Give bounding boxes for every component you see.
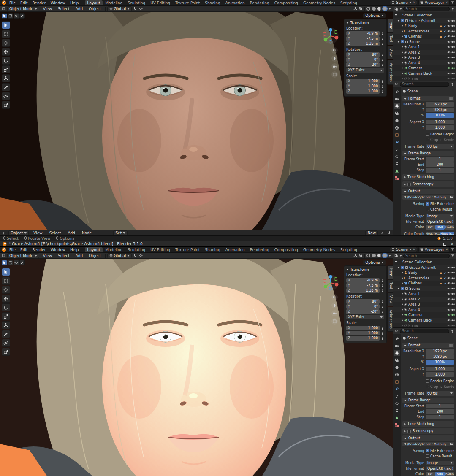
render-visibility-icon[interactable] <box>451 66 455 70</box>
now-button[interactable]: Now <box>365 230 378 235</box>
expander-icon[interactable] <box>402 35 403 38</box>
crop-to-render-checkbox[interactable] <box>426 138 429 141</box>
hide-eye-icon[interactable] <box>447 287 451 290</box>
frame-rate-select[interactable]: 60 fps <box>426 391 454 396</box>
camera-view-icon[interactable] <box>331 310 338 316</box>
expander-icon[interactable] <box>402 24 403 27</box>
properties-tab-scene[interactable] <box>394 117 400 124</box>
rotation-mode-select[interactable]: XYZ Euler <box>346 315 384 319</box>
expander-icon[interactable] <box>402 72 403 75</box>
hide-eye-icon[interactable] <box>447 266 451 269</box>
frame-start-field[interactable]: 1 <box>426 157 454 162</box>
outliner-row-area-2[interactable]: Area 2 <box>393 50 456 55</box>
box-select-tool-button[interactable] <box>2 277 10 285</box>
render-visibility-icon[interactable] <box>451 303 455 306</box>
hide-eye-icon[interactable] <box>447 281 451 285</box>
color-bw-button[interactable]: BW <box>426 472 435 476</box>
expander-icon[interactable] <box>397 41 400 43</box>
properties-tab-material[interactable] <box>394 422 400 428</box>
file-format-select[interactable]: OpenEXR (.exr) <box>426 466 454 471</box>
folder-icon[interactable] <box>450 195 453 199</box>
properties-tab-tool[interactable] <box>394 335 400 342</box>
scale-x-field[interactable]: X1.000 <box>346 79 380 84</box>
workspace-tab-layout[interactable]: Layout <box>85 0 103 5</box>
workspace-tab-compositing[interactable]: Compositing <box>272 0 301 5</box>
render-region-checkbox[interactable] <box>426 379 429 383</box>
render-visibility-icon[interactable] <box>451 308 455 311</box>
scale-tool-button[interactable] <box>2 312 10 320</box>
sidebar-tab-animations[interactable]: Animations <box>387 60 393 85</box>
shading-material-icon[interactable] <box>377 7 381 11</box>
menu-window[interactable]: Window <box>49 247 68 252</box>
properties-tab-viewlayer[interactable] <box>394 110 400 116</box>
menu-file[interactable]: File <box>7 247 18 252</box>
shading-wireframe-icon[interactable] <box>366 254 370 257</box>
viewport-menu-add[interactable]: Add <box>73 253 85 258</box>
hide-eye-icon[interactable] <box>447 35 451 38</box>
unlink-scene-icon[interactable] <box>413 248 415 251</box>
options-button[interactable]: Options <box>363 13 386 18</box>
color-bw-button[interactable]: BW <box>426 225 435 230</box>
ortho-toggle-icon[interactable] <box>331 71 338 78</box>
outliner-row-scene-collection[interactable]: Scene Collection <box>393 260 456 265</box>
editor-type-icon[interactable] <box>394 254 398 258</box>
add-cube-tool-button[interactable] <box>2 348 10 356</box>
editor-type-icon[interactable] <box>2 7 5 11</box>
media-type-select[interactable]: Image <box>426 214 454 219</box>
render-visibility-icon[interactable] <box>451 298 455 301</box>
outliner-row-scene[interactable]: Scene <box>393 39 456 45</box>
chevron-down-icon[interactable] <box>388 8 391 10</box>
box-select-icon[interactable] <box>8 260 13 265</box>
viewport-menu-view[interactable]: View <box>41 253 54 258</box>
location-y-field[interactable]: Y-7.5 m <box>346 283 380 288</box>
hide-eye-icon[interactable] <box>447 56 451 59</box>
color-depth-full-button[interactable]: Float (F... <box>440 232 455 236</box>
lock-icon[interactable] <box>381 332 384 335</box>
properties-tab-object-data[interactable] <box>394 168 400 174</box>
hide-eye-icon[interactable] <box>447 271 451 274</box>
section-output[interactable]: Output <box>402 435 454 441</box>
workspace-tab-geometry-nodes[interactable]: Geometry Nodes <box>301 0 338 5</box>
color-depth-half-button[interactable]: Float (H... <box>426 232 440 236</box>
scale-y-field[interactable]: Y1.000 <box>346 84 380 89</box>
properties-tab-world[interactable] <box>394 124 400 131</box>
overlays-icon[interactable] <box>359 254 363 257</box>
rotation-y-field[interactable]: Y0° <box>346 57 380 62</box>
cache-result-checkbox[interactable] <box>426 454 429 458</box>
location-x-field[interactable]: X-0.9 m <box>346 278 380 283</box>
rotation-mode-select[interactable]: XYZ Euler <box>346 68 384 73</box>
measure-tool-button[interactable] <box>2 92 10 100</box>
output-path-field[interactable]: D:\Render\Blender Output\ <box>402 442 454 446</box>
rotation-z-field[interactable]: Z-20° <box>346 62 380 67</box>
section-frame-range[interactable]: Frame Range <box>402 398 454 403</box>
snap-magnet-icon[interactable] <box>133 254 137 257</box>
unlink-viewlayer-icon[interactable] <box>445 1 448 4</box>
scale-y-field[interactable]: Y1.000 <box>346 331 380 335</box>
workspace-tab-animation[interactable]: Animation <box>223 247 247 252</box>
shading-rendered-icon[interactable] <box>383 254 387 257</box>
hide-eye-icon[interactable] <box>447 61 451 65</box>
transform-tool-button[interactable] <box>2 74 10 82</box>
workspace-tab-compositing[interactable]: Compositing <box>272 247 301 252</box>
outliner-row-area-4[interactable]: Area 4 <box>393 60 456 66</box>
folder-icon[interactable] <box>450 442 453 446</box>
blender-logo-icon[interactable] <box>2 0 7 5</box>
outliner-row-accessories[interactable]: Accessories <box>393 29 456 34</box>
section-stereoscopy[interactable]: Stereoscopy <box>402 181 454 187</box>
workspace-tab-scripting[interactable]: Scripting <box>338 247 360 252</box>
filter-icon[interactable] <box>451 7 455 11</box>
crop-to-render-checkbox[interactable] <box>426 385 429 388</box>
viewport-menu-add[interactable]: Add <box>73 6 85 11</box>
menu-render[interactable]: Render <box>30 247 48 252</box>
outliner-search-input[interactable] <box>403 254 450 258</box>
lock-icon[interactable] <box>381 63 384 67</box>
viewport-menu-object[interactable]: Object <box>87 253 103 258</box>
render-visibility-icon[interactable] <box>451 72 455 75</box>
hide-eye-icon[interactable] <box>447 292 451 295</box>
tweak-select-icon[interactable] <box>2 13 7 19</box>
scene-selector[interactable]: Scene <box>390 0 417 5</box>
workspace-tab-scripting[interactable]: Scripting <box>338 0 360 5</box>
unlink-scene-icon[interactable] <box>413 1 415 4</box>
properties-tab-constraints[interactable] <box>394 407 400 414</box>
color-rgb-button[interactable]: RGB <box>435 472 445 476</box>
